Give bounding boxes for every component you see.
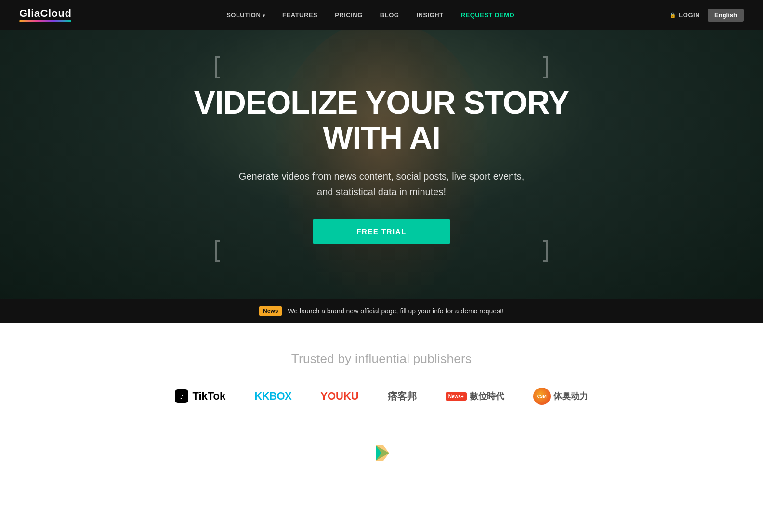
- hero-title-line1: VIDEOLIZE YOUR STORY: [194, 85, 569, 120]
- bracket-top-right: ]: [543, 54, 549, 77]
- hero-section: [ ] [ ] VIDEOLIZE YOUR STORY WITH AI Gen…: [0, 30, 763, 299]
- hero-content: VIDEOLIZE YOUR STORY WITH AI Generate vi…: [184, 85, 579, 244]
- logo-kkbox: KKBOX: [254, 390, 291, 402]
- nav-right: LOGIN English: [670, 9, 744, 22]
- logo-youku: YOUKU: [320, 390, 358, 402]
- bottom-section: [0, 429, 763, 472]
- nav-solution[interactable]: SOLUTION: [226, 12, 265, 19]
- free-trial-button[interactable]: FREE TRIAL: [313, 219, 449, 244]
- logo-tiktok: ♪ TikTok: [175, 389, 225, 403]
- play-icon: [372, 443, 391, 463]
- kkbox-label: KKBOX: [254, 390, 291, 402]
- csm-label: 体奥动力: [553, 390, 588, 402]
- hero-title-line2: WITH AI: [323, 120, 440, 156]
- youku-label: YOUKU: [320, 390, 358, 402]
- news-link[interactable]: We launch a brand new official page, fil…: [288, 307, 504, 315]
- language-button[interactable]: English: [708, 9, 744, 22]
- logo-numtimes: News+ 數位時代: [446, 390, 504, 402]
- nav-request-demo[interactable]: REQUEST DEMO: [461, 12, 514, 19]
- trusted-title: Trusted by influential publishers: [19, 351, 744, 366]
- nav-blog[interactable]: BLOG: [380, 12, 399, 19]
- nav-insight[interactable]: INSIGHT: [416, 12, 443, 19]
- bracket-top-left: [: [214, 54, 220, 77]
- hero-title: VIDEOLIZE YOUR STORY WITH AI: [194, 85, 569, 155]
- tiktok-icon: ♪: [175, 389, 188, 403]
- tiktok-label: TikTok: [192, 390, 225, 402]
- logo[interactable]: GliaCloud: [19, 8, 71, 22]
- numtimes-label: 數位時代: [470, 390, 504, 402]
- numtimes-badge: News+: [446, 392, 467, 401]
- nav-links: SOLUTION FEATURES PRICING BLOG INSIGHT R…: [226, 11, 514, 19]
- logos-row: ♪ TikTok KKBOX YOUKU 痞客邦 News+ 數位時代 CSM …: [19, 388, 744, 405]
- csm-icon: CSM: [533, 388, 551, 405]
- hero-subtitle: Generate videos from news content, socia…: [194, 169, 569, 199]
- news-badge: News: [259, 306, 282, 316]
- navigation: GliaCloud SOLUTION FEATURES PRICING BLOG…: [0, 0, 763, 30]
- nav-pricing[interactable]: PRICING: [335, 12, 363, 19]
- news-banner: News We launch a brand new official page…: [0, 299, 763, 323]
- login-button[interactable]: LOGIN: [670, 12, 700, 19]
- packer-label: 痞客邦: [388, 390, 417, 403]
- logo-packer: 痞客邦: [388, 390, 417, 403]
- nav-features[interactable]: FEATURES: [282, 12, 317, 19]
- logo-bar: [19, 20, 71, 22]
- trusted-section: Trusted by influential publishers ♪ TikT…: [0, 323, 763, 429]
- logo-csm: CSM 体奥动力: [533, 388, 588, 405]
- logo-text: GliaCloud: [19, 8, 71, 19]
